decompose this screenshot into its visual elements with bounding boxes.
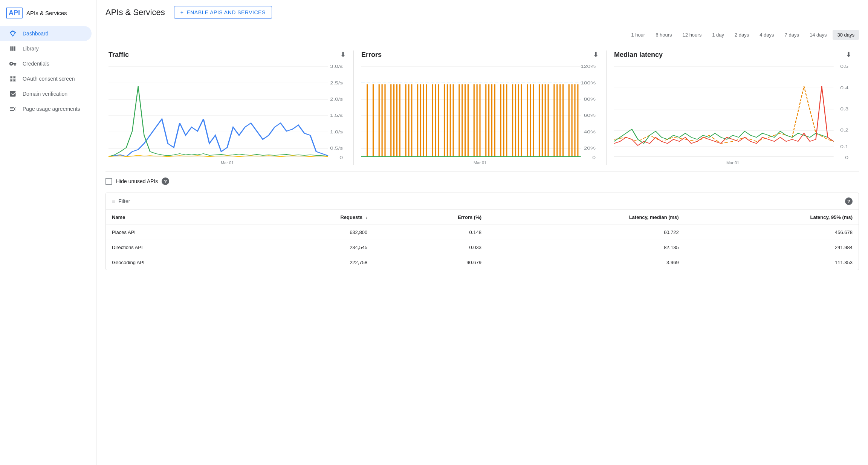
- svg-text:0: 0: [339, 155, 343, 160]
- hide-unused-checkbox[interactable]: [105, 178, 112, 185]
- svg-text:0.1: 0.1: [840, 144, 848, 149]
- table-row[interactable]: Directions API 234,545 0.033 82.135 241.…: [106, 240, 859, 255]
- latency-chart-area: 0.5 0.4 0.3 0.2 0.1 0: [614, 62, 851, 160]
- settings-list-icon: [9, 105, 17, 113]
- time-btn-12h[interactable]: 12 hours: [678, 30, 706, 40]
- time-btn-1d[interactable]: 1 day: [708, 30, 729, 40]
- cell-requests: 632,800: [249, 225, 373, 240]
- library-icon: [9, 45, 17, 52]
- errors-chart-area: 120% 100% 80% 60% 40% 20% 0: [361, 62, 599, 160]
- col-requests[interactable]: Requests ↓: [249, 210, 373, 225]
- cell-errors: 0.033: [373, 240, 487, 255]
- table-row[interactable]: Places API 632,800 0.148 60.722 456.678: [106, 225, 859, 240]
- sidebar: API APIs & Services Dashboard Library Cr…: [0, 0, 96, 465]
- svg-text:20%: 20%: [584, 146, 596, 150]
- errors-x-label: Mar 01: [361, 161, 599, 165]
- traffic-chart-title: Traffic: [108, 51, 129, 59]
- sidebar-item-label: OAuth consent screen: [23, 76, 75, 82]
- latency-chart: Median latency ⬇ 0.5 0.4 0.3 0.2 0.1 0: [607, 50, 859, 165]
- svg-text:3.0/s: 3.0/s: [330, 64, 343, 69]
- cell-latency-95: 456.678: [685, 225, 859, 240]
- sidebar-logo: API APIs & Services: [0, 3, 96, 26]
- traffic-chart-header: Traffic ⬇: [108, 50, 346, 59]
- time-btn-2d[interactable]: 2 days: [730, 30, 753, 40]
- svg-text:0.5/s: 0.5/s: [330, 146, 343, 150]
- errors-chart: Errors ⬇ 120% 100% 80% 60% 40% 20% 0: [354, 50, 607, 165]
- col-latency-95: Latency, 95% (ms): [685, 210, 859, 225]
- latency-chart-title: Median latency: [614, 51, 663, 59]
- table-help-icon[interactable]: ?: [845, 197, 853, 205]
- time-range-selector: 1 hour 6 hours 12 hours 1 day 2 days 4 d…: [96, 25, 868, 44]
- col-name[interactable]: Name: [106, 210, 249, 225]
- cell-errors: 0.148: [373, 225, 487, 240]
- sidebar-item-label: Dashboard: [23, 31, 49, 37]
- charts-section: Traffic ⬇ 3.0/s 2.5/s 2.0/s 1.5/s 1.0/s …: [96, 44, 868, 171]
- svg-text:0.5: 0.5: [840, 64, 848, 69]
- main-header: APIs & Services + ENABLE APIS AND SERVIC…: [96, 0, 868, 25]
- sidebar-item-credentials[interactable]: Credentials: [0, 56, 92, 71]
- svg-text:120%: 120%: [581, 64, 596, 69]
- sidebar-item-domain[interactable]: Domain verification: [0, 86, 92, 101]
- sidebar-item-page-usage[interactable]: Page usage agreements: [0, 101, 92, 116]
- key-icon: [9, 60, 17, 67]
- sidebar-item-dashboard[interactable]: Dashboard: [0, 26, 92, 41]
- errors-download-icon[interactable]: ⬇: [593, 50, 599, 59]
- sidebar-item-oauth[interactable]: OAuth consent screen: [0, 71, 92, 86]
- api-table-section: ≡ Filter ? Name Requests ↓ Errors (%) La…: [105, 193, 859, 270]
- enable-apis-label: ENABLE APIS AND SERVICES: [186, 9, 265, 15]
- svg-text:1.0/s: 1.0/s: [330, 130, 343, 134]
- filter-icon: ≡: [112, 198, 115, 205]
- errors-chart-header: Errors ⬇: [361, 50, 599, 59]
- svg-text:1.5/s: 1.5/s: [330, 113, 343, 118]
- lower-section: Hide unused APIs ? ≡ Filter ? Name Reque…: [96, 171, 868, 276]
- hide-unused-label: Hide unused APIs: [116, 178, 158, 184]
- svg-text:100%: 100%: [581, 81, 596, 85]
- sidebar-nav: Dashboard Library Credentials OAuth cons…: [0, 26, 96, 116]
- page-title: APIs & Services: [105, 8, 165, 17]
- cell-latency-median: 82.135: [487, 240, 685, 255]
- svg-text:40%: 40%: [584, 130, 596, 134]
- latency-svg: 0.5 0.4 0.3 0.2 0.1 0: [614, 62, 851, 160]
- table-header-row: Name Requests ↓ Errors (%) Latency, medi…: [106, 210, 859, 225]
- sidebar-item-label: Library: [23, 46, 39, 52]
- sidebar-item-library[interactable]: Library: [0, 41, 92, 56]
- enable-apis-button[interactable]: + ENABLE APIS AND SERVICES: [174, 6, 272, 19]
- cell-name: Places API: [106, 225, 249, 240]
- cell-latency-median: 60.722: [487, 225, 685, 240]
- time-btn-6h[interactable]: 6 hours: [651, 30, 676, 40]
- svg-text:0: 0: [845, 155, 848, 160]
- main-content: APIs & Services + ENABLE APIS AND SERVIC…: [96, 0, 868, 465]
- time-btn-30d[interactable]: 30 days: [833, 30, 859, 40]
- cell-latency-95: 111.353: [685, 255, 859, 270]
- help-icon[interactable]: ?: [162, 177, 169, 185]
- traffic-chart-area: 3.0/s 2.5/s 2.0/s 1.5/s 1.0/s 0.5/s 0: [108, 62, 346, 160]
- svg-text:60%: 60%: [584, 113, 596, 118]
- sidebar-item-label: Credentials: [23, 61, 49, 67]
- latency-download-icon[interactable]: ⬇: [846, 50, 851, 59]
- sort-desc-icon: ↓: [365, 215, 368, 220]
- time-btn-4d[interactable]: 4 days: [755, 30, 778, 40]
- api-table: Name Requests ↓ Errors (%) Latency, medi…: [106, 210, 859, 270]
- cell-errors: 90.679: [373, 255, 487, 270]
- latency-x-label: Mar 01: [614, 161, 851, 165]
- traffic-download-icon[interactable]: ⬇: [340, 50, 346, 59]
- svg-text:0.2: 0.2: [840, 128, 848, 133]
- cell-requests: 234,545: [249, 240, 373, 255]
- traffic-svg: 3.0/s 2.5/s 2.0/s 1.5/s 1.0/s 0.5/s 0: [108, 62, 346, 160]
- errors-svg: 120% 100% 80% 60% 40% 20% 0: [361, 62, 599, 160]
- time-btn-1h[interactable]: 1 hour: [627, 30, 649, 40]
- cell-name: Directions API: [106, 240, 249, 255]
- plus-icon: +: [180, 9, 184, 15]
- time-btn-7d[interactable]: 7 days: [780, 30, 804, 40]
- hide-unused-row: Hide unused APIs ?: [105, 177, 859, 185]
- svg-text:2.5/s: 2.5/s: [330, 81, 343, 85]
- table-row[interactable]: Geocoding API 222,758 90.679 3.969 111.3…: [106, 255, 859, 270]
- table-filter-bar: ≡ Filter ?: [106, 193, 859, 210]
- svg-text:0: 0: [592, 155, 596, 160]
- filter-label[interactable]: Filter: [118, 198, 130, 204]
- latency-chart-header: Median latency ⬇: [614, 50, 851, 59]
- traffic-x-label: Mar 01: [108, 161, 346, 165]
- time-btn-14d[interactable]: 14 days: [805, 30, 831, 40]
- cell-requests: 222,758: [249, 255, 373, 270]
- diamond-icon: [9, 30, 17, 37]
